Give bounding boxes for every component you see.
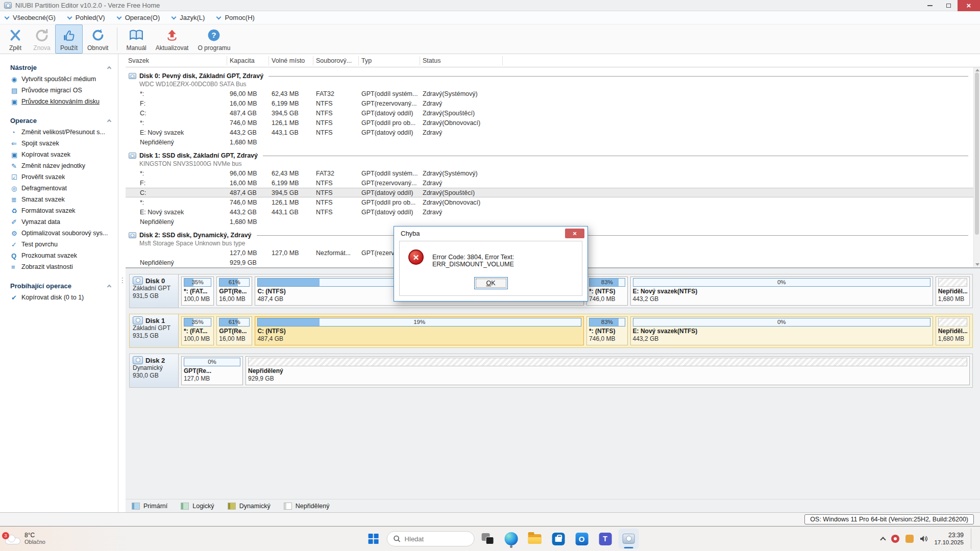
sidebar-item-wipe-data[interactable]: ✐Vymazat data [0, 216, 118, 228]
volume-row[interactable]: *:96,00 MB62,43 MBFAT32GPT(oddíl systém.… [126, 89, 973, 98]
section-header-operace[interactable]: Operace [0, 114, 118, 127]
sidebar-item-explore-volume[interactable]: QProzkoumat svazek [0, 250, 118, 261]
update-button[interactable]: Aktualizovat [151, 24, 193, 54]
ok-button[interactable]: OK [474, 277, 508, 289]
menu-pohled[interactable]: Pohled(V) [68, 14, 105, 21]
sidebar-item-defragment[interactable]: ◎Defragmentovat [0, 183, 118, 194]
refresh-button[interactable]: Obnovit [83, 24, 113, 54]
unallocated-block[interactable]: Nepřiděl...1,680 MB [936, 316, 970, 345]
menu-vseobecne[interactable]: Všeobecné(G) [5, 14, 56, 21]
volume-row[interactable]: F:16,00 MB6,199 MBNTFSGPT(rezervovaný...… [126, 178, 973, 188]
section-header-nastroje[interactable]: Nástroje [0, 61, 118, 73]
sidebar-item-boot-media[interactable]: ◉Vytvořit spouštěcí médium [0, 73, 118, 85]
sidebar-item-surface-test[interactable]: ✓Test povrchu [0, 239, 118, 250]
partition-block[interactable]: 35%*: (FAT...100,0 MB [181, 277, 214, 306]
column-volne-misto[interactable]: Volné místo [269, 56, 313, 65]
clock[interactable]: 23:39 17.10.2025 [934, 532, 964, 546]
column-status[interactable]: Status [420, 56, 503, 65]
volume-row-selected[interactable]: C:487,4 GB394,5 GBNTFSGPT(datový oddíl)Z… [126, 188, 973, 197]
unallocated-block[interactable]: Nepřidělený929,9 GB [246, 356, 970, 385]
task-view-button[interactable] [478, 529, 498, 549]
undo-button[interactable]: Zpět [2, 24, 29, 54]
tray-red-icon[interactable] [891, 535, 899, 543]
partition-block[interactable]: 61%GPT(Re...16,00 MB [216, 277, 252, 306]
scroll-down-arrow[interactable] [975, 263, 979, 266]
partition-block[interactable]: 83%*: (NTFS)746,0 MB [586, 316, 628, 345]
search-input[interactable] [405, 535, 461, 543]
store-button[interactable] [548, 529, 569, 549]
sidebar-item-merge-volume[interactable]: ⇐Spojit svazek [0, 138, 118, 149]
volume-row[interactable]: E: Nový svazek443,2 GB443,1 GBNTFSGPT(da… [126, 207, 973, 217]
sidebar-item-format-volume[interactable]: ♻Formátovat svazek [0, 205, 118, 216]
partition-block[interactable]: 35%*: (FAT...100,0 MB [181, 316, 214, 345]
volume-row[interactable]: C:487,4 GB394,5 GBNTFSGPT(datový oddíl)Z… [126, 108, 973, 118]
column-typ[interactable]: Typ [359, 56, 420, 65]
start-button[interactable] [363, 529, 384, 549]
disk-label[interactable]: Disk 0 Základní GPT 931,5 GB [130, 274, 179, 308]
sidebar-item-copy-volume[interactable]: ▣Kopírovat svazek [0, 149, 118, 160]
scroll-up-arrow[interactable] [975, 69, 979, 71]
column-souborovy[interactable]: Souborový... [313, 56, 359, 65]
disk-group-header[interactable]: Disk 1: SSD disk, Základní GPT, Zdravý [126, 151, 973, 160]
legend-dynamic-swatch [228, 503, 236, 510]
edge-button[interactable] [501, 529, 522, 549]
disk-label[interactable]: Disk 2 Dynamický 930,0 GB [130, 354, 179, 387]
sidebar-item-check-volume[interactable]: ☑Prověřit svazek [0, 171, 118, 183]
weather-widget[interactable]: 3 8°C Oblačno [0, 532, 117, 545]
file-explorer-button[interactable] [525, 529, 545, 549]
tray-chevron-icon[interactable] [880, 537, 886, 542]
volume-row[interactable]: *:746,0 MB126,1 MBNTFSGPT(oddíl pro ob..… [126, 197, 973, 207]
vertical-scrollbar[interactable] [973, 67, 980, 267]
partition-block[interactable]: 0%E: Nový svazek(NTFS)443,2 GB [630, 277, 933, 306]
column-kapacita[interactable]: Kapacita [227, 56, 269, 65]
show-desktop-button[interactable] [971, 529, 973, 549]
disk-label[interactable]: Disk 1 Základní GPT 931,5 GB [130, 314, 179, 347]
outlook-button[interactable]: O [572, 529, 592, 549]
redo-button[interactable]: Znova [29, 24, 55, 54]
teams-button[interactable]: T [595, 529, 616, 549]
dialog-close-button[interactable]: × [565, 229, 584, 238]
volume-row[interactable]: *:96,00 MB62,43 MBFAT32GPT(oddíl systém.… [126, 168, 973, 178]
volume-row[interactable]: E: Nový svazek443,2 GB443,1 GBNTFSGPT(da… [126, 128, 973, 137]
sidebar-item-change-label[interactable]: ✎Změnit název jednotky [0, 160, 118, 171]
column-svazek[interactable]: Svazek [126, 56, 227, 65]
about-button[interactable]: ? O programu [193, 24, 235, 54]
sidebar-item-properties[interactable]: ≡Zobrazit vlastnosti [0, 261, 118, 272]
volume-row[interactable]: F:16,00 MB6,199 MBNTFSGPT(rezervovaný...… [126, 98, 973, 108]
manual-button[interactable]: Manuál [121, 24, 151, 54]
close-button[interactable]: × [958, 0, 980, 11]
menu-pomoc[interactable]: Pomoc(H) [217, 14, 255, 21]
volume-row[interactable]: *:746,0 MB126,1 MBNTFSGPT(oddíl pro ob..… [126, 118, 973, 128]
menu-operace[interactable]: Operace(O) [117, 14, 160, 21]
legend-logical-swatch [181, 503, 189, 510]
maximize-button[interactable] [939, 0, 958, 11]
scrollbar-thumb[interactable] [975, 72, 979, 235]
niubi-app-button[interactable] [619, 529, 639, 549]
sidebar-item-optimize-fs[interactable]: ⚙Optimalizovat souborový sys... [0, 228, 118, 239]
tray-amber-icon[interactable] [905, 535, 914, 543]
disk-group-header[interactable]: Disk 0: Pevný disk, Základní GPT, Zdravý [126, 71, 973, 81]
menu-jazyk[interactable]: Jazyk(L) [172, 14, 205, 21]
volume-row[interactable]: Nepřidělený1,680 MB [126, 137, 973, 147]
splitter-handle[interactable]: ⋮ [119, 276, 126, 284]
sidebar-item-os-migration[interactable]: ▤Průvodce migrací OS [0, 85, 118, 96]
minimize-button[interactable] [921, 0, 939, 11]
taskbar-search[interactable] [387, 531, 475, 546]
volume-icon[interactable] [920, 535, 928, 542]
section-header-probihajici-operace[interactable]: Probíhající operace [0, 280, 118, 292]
thumbs-up-icon [62, 28, 76, 43]
sidebar-item-resize-move[interactable]: ◔Změnit velikost/Přesunout s... [0, 127, 118, 138]
sidebar-item-delete-volume[interactable]: ≣Smazat svazek [0, 194, 118, 205]
search-icon [394, 535, 401, 542]
partition-block[interactable]: 83%*: (NTFS)746,0 MB [586, 277, 628, 306]
partition-block[interactable]: 61%GPT(Re...16,00 MB [216, 316, 252, 345]
pending-operation-item[interactable]: ✔Kopírovat disk (0 to 1) [0, 292, 118, 303]
sidebar-item-clone-disk[interactable]: ▣Průvodce klonováním disku [0, 96, 118, 107]
volume-row[interactable]: Nepřidělený1,680 MB [126, 217, 973, 227]
partition-block[interactable]: 0%GPT(Re...127,0 MB [181, 356, 243, 385]
partition-block[interactable]: 0%E: Nový svazek(NTFS)443,2 GB [630, 316, 933, 345]
unallocated-block[interactable]: Nepřiděl...1,680 MB [936, 277, 970, 306]
partition-block-selected[interactable]: 19%C: (NTFS)487,4 GB [255, 316, 584, 345]
apply-button[interactable]: Použít [55, 24, 83, 54]
sidebar-splitter[interactable]: ⋮ [118, 54, 126, 512]
